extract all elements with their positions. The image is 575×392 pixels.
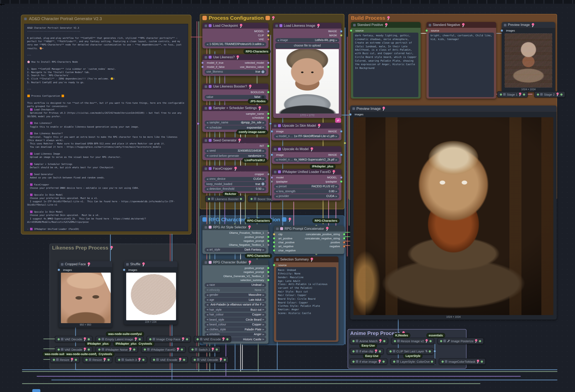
port-dot[interactable]: [108, 359, 110, 361]
collapse-square[interactable]: [205, 167, 207, 170]
port-dot[interactable]: [133, 348, 136, 350]
port-dot[interactable]: [273, 241, 275, 243]
collapsed-node[interactable]: Likeness Booster⇅: [205, 196, 244, 202]
combo-right-arrow-icon[interactable]: ▶: [335, 158, 337, 161]
collapsed-node[interactable]: VAE Encode⇅: [194, 336, 231, 342]
model-name-combo[interactable]: ◀model_n ...1x-ITF-SkinDiffDetail-Lite-v…: [274, 134, 339, 138]
port-dot[interactable]: [273, 249, 275, 252]
node-header[interactable]: Preview Image: [502, 22, 555, 28]
combo-widget[interactable]: ◀providerCUDA▶: [274, 194, 339, 198]
collapsed-node[interactable]: Resize⇅: [50, 357, 79, 363]
node-header[interactable]: IPAdapter Unified Loader FaceID: [272, 169, 341, 175]
node-seed-generator[interactable]: Seed Generator INT ◀seed324938532164536▶…: [202, 137, 268, 160]
node-header[interactable]: Selection Summary: [274, 257, 338, 262]
port-dot[interactable]: [343, 241, 345, 243]
collapsed-node[interactable]: Image Posterize⇅: [437, 338, 484, 344]
workflow-canvas[interactable]: AD&D Character Portrait Generator V2.3 A…: [0, 0, 575, 392]
port-dot[interactable]: [350, 29, 352, 32]
port-dot[interactable]: [139, 338, 141, 340]
combo-left-arrow-icon[interactable]: ◀: [207, 313, 208, 316]
node-cropped-face[interactable]: Cropped Face images 950 × 950: [59, 261, 112, 328]
collapse-square[interactable]: [429, 24, 431, 26]
collapse-square[interactable]: [126, 263, 129, 265]
port-dot[interactable]: [537, 93, 539, 96]
node-header[interactable]: Cropped Face: [59, 261, 112, 267]
combo-widget[interactable]: ◀hair_styleBuzz cut▶: [205, 307, 266, 312]
booster-toggle[interactable]: valuefalse: [205, 95, 266, 99]
port-dot[interactable]: [224, 359, 226, 361]
port-dot[interactable]: [267, 112, 269, 115]
collapse-square[interactable]: [205, 85, 207, 88]
port-dot[interactable]: [153, 359, 155, 361]
combo-left-arrow-icon[interactable]: ◀: [207, 298, 208, 301]
port-dot[interactable]: [501, 29, 503, 32]
port-dot[interactable]: [118, 359, 120, 361]
port-dot[interactable]: [240, 198, 242, 200]
port-dot[interactable]: [193, 359, 196, 361]
combo-left-arrow-icon[interactable]: ◀: [207, 177, 208, 180]
combo-right-arrow-icon[interactable]: ▶: [263, 303, 264, 306]
collapse-square[interactable]: [503, 93, 506, 96]
combo-right-arrow-icon[interactable]: ▶: [335, 185, 337, 188]
collapsed-node[interactable]: Stage 2⇅: [534, 91, 565, 97]
combo-widget[interactable]: ◀beard_styleCircle Beard▶: [205, 317, 266, 322]
port-dot[interactable]: [226, 338, 229, 340]
node-header[interactable]: Use Likeness?: [202, 54, 268, 60]
combo-right-arrow-icon[interactable]: ▶: [263, 149, 264, 152]
port-dot[interactable]: [267, 38, 269, 41]
combo-widget[interactable]: ◀ageLate Adult▶: [205, 297, 266, 302]
collapse-square[interactable]: [147, 348, 150, 350]
port-dot[interactable]: [343, 233, 345, 236]
combo-right-arrow-icon[interactable]: ▶: [335, 190, 337, 193]
node-header[interactable]: Use Likeness Booster?: [202, 84, 268, 89]
port-dot[interactable]: [267, 240, 269, 242]
combo-right-arrow-icon[interactable]: ▶: [263, 338, 264, 341]
combo-widget[interactable]: ◀beard_colourCopper▶: [205, 322, 266, 327]
port-dot[interactable]: [425, 29, 428, 32]
node-header[interactable]: Load Checkpoint: [202, 23, 268, 29]
node-header[interactable]: Sampler + Scheduler Settings: [202, 105, 268, 111]
combo-widget[interactable]: ◀raceUndead▶: [205, 283, 266, 287]
node-header[interactable]: RPG Art Style Selector: [202, 224, 268, 230]
collapsed-node[interactable]: VAE Decode⇅: [55, 336, 92, 342]
combo-right-arrow-icon[interactable]: ▶: [335, 195, 337, 198]
combo-left-arrow-icon[interactable]: ◀: [276, 135, 278, 137]
collapse-square[interactable]: [61, 338, 63, 340]
combo-right-arrow-icon[interactable]: ▶: [263, 318, 264, 321]
port-dot[interactable]: [343, 245, 345, 248]
port-dot[interactable]: [442, 360, 444, 363]
combo-left-arrow-icon[interactable]: ◀: [207, 323, 208, 326]
collapse-square[interactable]: [197, 358, 199, 361]
collapse-square[interactable]: [353, 24, 356, 26]
node-selection-summary[interactable]: Selection Summary source Race: Undead Et…: [274, 257, 338, 342]
combo-right-arrow-icon[interactable]: ▶: [263, 126, 264, 129]
node-upscale-4x[interactable]: Upscale 4x Model image IMAGE ◀model_n ..…: [272, 146, 341, 164]
port-dot[interactable]: [267, 244, 269, 246]
combo-widget[interactable]: ◀ethnicityNone▶: [205, 288, 266, 292]
node-header[interactable]: Preview Image: [350, 106, 557, 112]
combo-widget[interactable]: ◀control before generaterandomize▶: [205, 153, 266, 158]
port-dot[interactable]: [340, 34, 342, 37]
combo-left-arrow-icon[interactable]: ◀: [276, 195, 278, 198]
collapse-square[interactable]: [396, 360, 399, 363]
collapse-square[interactable]: [153, 338, 155, 340]
collapsed-node[interactable]: IPAdapter FaceID⇅: [141, 346, 186, 352]
combo-right-arrow-icon[interactable]: ▶: [263, 188, 264, 190]
port-dot[interactable]: [267, 30, 269, 33]
collapse-square[interactable]: [205, 139, 207, 141]
combo-right-arrow-icon[interactable]: ▶: [263, 298, 264, 301]
port-dot[interactable]: [267, 91, 269, 93]
port-dot[interactable]: [98, 348, 101, 350]
port-dot[interactable]: [340, 30, 342, 33]
port-dot[interactable]: [267, 279, 269, 281]
port-dot[interactable]: [267, 34, 269, 37]
collapse-square[interactable]: [504, 24, 506, 26]
collapse-arrows-icon[interactable]: ⇅: [425, 349, 428, 353]
port-dot[interactable]: [57, 348, 60, 350]
port-dot[interactable]: [267, 173, 269, 175]
port-dot[interactable]: [181, 348, 183, 350]
collapse-square[interactable]: [121, 358, 124, 361]
negative-prompt-textarea[interactable]: bright, cheerful, cartoonish, Child like…: [429, 33, 494, 97]
combo-left-arrow-icon[interactable]: ◀: [207, 149, 208, 152]
combo-left-arrow-icon[interactable]: ◀: [276, 190, 278, 193]
